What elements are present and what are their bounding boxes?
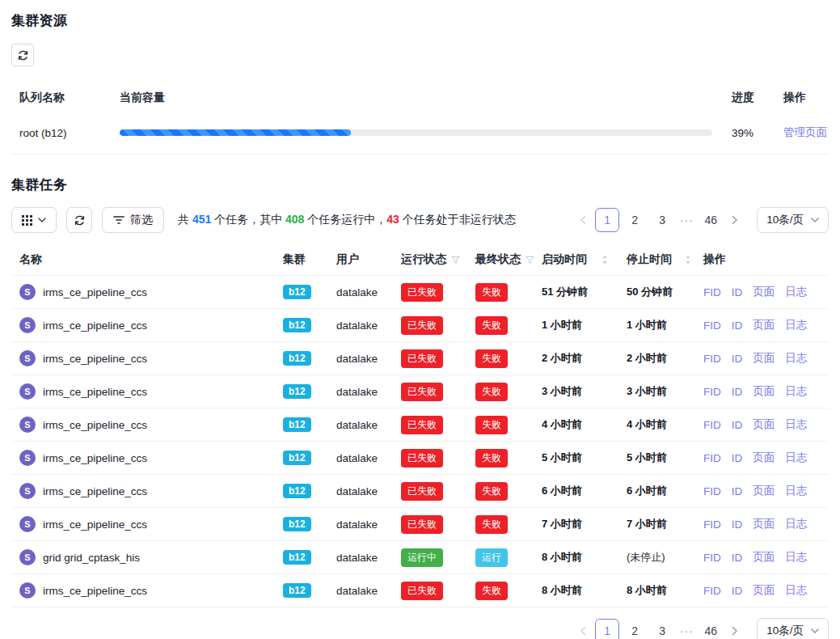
prev-page-button[interactable] bbox=[572, 208, 593, 232]
id-link[interactable]: ID bbox=[732, 518, 743, 531]
log-link[interactable]: 日志 bbox=[785, 517, 807, 531]
page-link[interactable]: 页面 bbox=[753, 417, 775, 432]
task-table-row: S irms_ce_pipeline_ccs b12 datalake 已失败 … bbox=[11, 342, 829, 375]
fid-link[interactable]: FID bbox=[703, 452, 721, 464]
bottom-bar: 1 2 3 ··· 46 10条/页 bbox=[11, 618, 829, 639]
page-3-button[interactable]: 3 bbox=[650, 208, 674, 232]
fid-link[interactable]: FID bbox=[703, 552, 721, 564]
manage-page-link[interactable]: 管理页面 bbox=[783, 126, 827, 138]
cluster-tag: b12 bbox=[283, 318, 311, 332]
log-link[interactable]: 日志 bbox=[785, 550, 807, 565]
resources-refresh-button[interactable] bbox=[11, 44, 34, 66]
layout-grid-dropdown-button[interactable] bbox=[11, 207, 57, 233]
next-page-button[interactable] bbox=[724, 619, 745, 639]
spark-avatar: S bbox=[19, 317, 36, 333]
filter-funnel-icon[interactable] bbox=[451, 256, 460, 264]
task-name: irms_ce_pipeline_ccs bbox=[43, 419, 147, 431]
page-link[interactable]: 页面 bbox=[753, 351, 775, 366]
fid-link[interactable]: FID bbox=[703, 585, 721, 597]
stop-time: 5 小时前 bbox=[627, 451, 667, 463]
fid-link[interactable]: FID bbox=[703, 286, 721, 298]
page-link[interactable]: 页面 bbox=[753, 583, 775, 598]
fid-link[interactable]: FID bbox=[703, 518, 721, 531]
stop-time: 2 小时前 bbox=[627, 352, 667, 364]
fid-link[interactable]: FID bbox=[703, 419, 721, 431]
final-status-badge: 运行 bbox=[475, 548, 508, 567]
col-header-cluster: 集群 bbox=[283, 252, 336, 267]
page-size-select[interactable]: 10条/页 bbox=[757, 207, 829, 233]
page-1-button[interactable]: 1 bbox=[595, 208, 619, 232]
final-status-badge: 失败 bbox=[475, 482, 508, 501]
page-2-button[interactable]: 2 bbox=[623, 208, 647, 232]
log-link[interactable]: 日志 bbox=[785, 583, 807, 598]
task-table-row: S irms_ce_pipeline_ccs b12 datalake 已失败 … bbox=[11, 508, 829, 541]
page-link[interactable]: 页面 bbox=[753, 451, 775, 465]
id-link[interactable]: ID bbox=[732, 419, 743, 431]
sort-carets-icon[interactable] bbox=[602, 255, 608, 264]
next-page-button[interactable] bbox=[724, 208, 745, 232]
spark-avatar: S bbox=[19, 516, 36, 532]
page-link[interactable]: 页面 bbox=[753, 517, 775, 531]
id-link[interactable]: ID bbox=[732, 485, 743, 497]
log-link[interactable]: 日志 bbox=[785, 318, 807, 332]
log-link[interactable]: 日志 bbox=[785, 484, 807, 498]
log-link[interactable]: 日志 bbox=[785, 384, 807, 399]
summary-text: 个任务运行中， bbox=[304, 213, 386, 226]
id-link[interactable]: ID bbox=[732, 386, 743, 398]
prev-page-button[interactable] bbox=[572, 619, 593, 639]
tasks-summary: 共 451 个任务，其中 408 个任务运行中，43 个任务处于非运行状态 bbox=[178, 213, 516, 227]
run-status-badge: 已失败 bbox=[401, 349, 443, 368]
page-link[interactable]: 页面 bbox=[753, 484, 775, 498]
id-link[interactable]: ID bbox=[732, 286, 743, 298]
page-link[interactable]: 页面 bbox=[753, 550, 775, 565]
user-name: datalake bbox=[336, 485, 401, 497]
final-status-badge: 失败 bbox=[475, 383, 508, 401]
page-link[interactable]: 页面 bbox=[753, 318, 775, 332]
page-1-button[interactable]: 1 bbox=[595, 619, 619, 639]
start-time: 5 小时前 bbox=[542, 451, 582, 463]
run-status-badge: 已失败 bbox=[401, 449, 443, 468]
run-status-badge: 已失败 bbox=[401, 515, 443, 534]
sort-carets-icon[interactable] bbox=[685, 255, 691, 264]
chevron-down-icon bbox=[38, 218, 46, 222]
stop-time: 1 小时前 bbox=[627, 319, 667, 331]
page-2-button[interactable]: 2 bbox=[623, 619, 647, 639]
stop-time: 6 小时前 bbox=[627, 485, 667, 497]
cluster-tag: b12 bbox=[283, 517, 311, 531]
fid-link[interactable]: FID bbox=[703, 353, 721, 365]
fid-link[interactable]: FID bbox=[703, 386, 721, 398]
filter-button[interactable]: 筛选 bbox=[102, 207, 164, 233]
fid-link[interactable]: FID bbox=[703, 485, 721, 497]
page-3-button[interactable]: 3 bbox=[650, 619, 674, 639]
id-link[interactable]: ID bbox=[732, 353, 743, 365]
page-46-button[interactable]: 46 bbox=[699, 619, 723, 639]
task-table-row: S irms_ce_pipeline_ccs b12 datalake 已失败 … bbox=[11, 375, 829, 408]
start-time: 6 小时前 bbox=[542, 485, 582, 497]
filter-funnel-icon[interactable] bbox=[526, 256, 534, 264]
final-status-badge: 失败 bbox=[475, 316, 508, 335]
page-ellipsis[interactable]: ··· bbox=[676, 624, 697, 637]
user-name: datalake bbox=[336, 552, 401, 564]
log-link[interactable]: 日志 bbox=[785, 417, 807, 432]
log-link[interactable]: 日志 bbox=[785, 285, 807, 299]
page-ellipsis[interactable]: ··· bbox=[676, 214, 697, 226]
id-link[interactable]: ID bbox=[732, 452, 743, 464]
spark-avatar: S bbox=[19, 417, 36, 433]
page-46-button[interactable]: 46 bbox=[699, 208, 723, 232]
run-status-badge: 已失败 bbox=[401, 582, 443, 600]
fid-link[interactable]: FID bbox=[703, 320, 721, 332]
run-status-badge: 已失败 bbox=[401, 416, 443, 434]
log-link[interactable]: 日志 bbox=[785, 351, 807, 366]
page-link[interactable]: 页面 bbox=[753, 384, 775, 399]
id-link[interactable]: ID bbox=[732, 585, 743, 597]
start-time: 8 小时前 bbox=[542, 584, 582, 596]
col-header-name: 名称 bbox=[11, 252, 283, 267]
task-name: irms_ce_pipeline_ccs bbox=[43, 320, 147, 332]
page-link[interactable]: 页面 bbox=[753, 285, 775, 299]
tasks-refresh-button[interactable] bbox=[66, 207, 92, 233]
page-size-select[interactable]: 10条/页 bbox=[757, 618, 829, 639]
log-link[interactable]: 日志 bbox=[785, 451, 807, 465]
id-link[interactable]: ID bbox=[732, 552, 743, 564]
id-link[interactable]: ID bbox=[732, 320, 743, 332]
col-header-capacity: 当前容量 bbox=[120, 91, 732, 105]
